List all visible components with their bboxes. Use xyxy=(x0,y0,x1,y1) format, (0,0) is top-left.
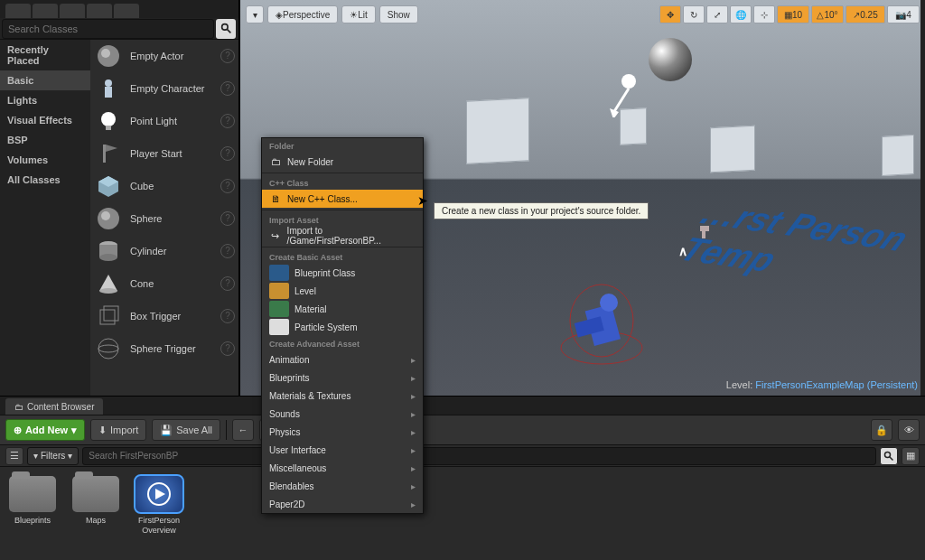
help-icon[interactable]: ? xyxy=(220,211,235,226)
cube-icon xyxy=(94,172,123,201)
context-menu-item[interactable]: Material xyxy=(262,300,423,318)
cone-icon xyxy=(94,269,123,298)
transform-move-button[interactable]: ✥ xyxy=(659,5,681,23)
content-search-button[interactable] xyxy=(880,447,898,465)
viewport-options-button[interactable]: ▾ xyxy=(246,5,264,23)
context-menu-item[interactable]: User Interface▸ xyxy=(262,441,423,459)
scale-snap-button[interactable]: ↗ 0.25 xyxy=(846,5,885,23)
sphere-icon xyxy=(94,42,123,70)
category-item[interactable]: Volumes xyxy=(0,150,90,170)
place-asset-row[interactable]: Player Start? xyxy=(90,137,238,170)
menu-item-label: Particle System xyxy=(294,322,357,332)
add-new-button[interactable]: ⊕ Add New ▾ xyxy=(5,419,85,441)
help-icon[interactable]: ? xyxy=(220,341,235,356)
view-options-button[interactable]: 👁 xyxy=(898,419,920,441)
context-menu-item[interactable]: Animation▸ xyxy=(262,350,423,369)
search-classes-input[interactable] xyxy=(2,19,214,39)
panel-tab[interactable] xyxy=(87,4,112,18)
folder-icon xyxy=(72,476,119,512)
context-menu-item[interactable]: 🗀New Folder xyxy=(262,153,423,171)
perspective-button[interactable]: ◈ Perspective xyxy=(267,5,338,23)
category-item[interactable]: BSP xyxy=(0,130,90,150)
lock-button[interactable]: 🔒 xyxy=(871,419,892,441)
history-back-button[interactable]: ← xyxy=(232,419,254,441)
context-menu-item[interactable]: Sounds▸ xyxy=(262,405,423,423)
category-item[interactable]: Basic xyxy=(0,70,90,90)
context-menu-item[interactable]: Level xyxy=(262,282,423,300)
context-menu-header: C++ Class xyxy=(262,175,423,190)
panel-tab[interactable] xyxy=(60,4,85,18)
content-asset[interactable]: FirstPersonOverview xyxy=(135,476,182,551)
search-button[interactable] xyxy=(216,19,236,39)
panel-tab[interactable] xyxy=(33,4,58,18)
save-all-label: Save All xyxy=(176,425,212,435)
context-menu-item[interactable]: Blueprint Class xyxy=(262,264,423,282)
help-icon[interactable]: ? xyxy=(220,114,235,128)
thumbnail-options-button[interactable]: ▦ xyxy=(902,447,920,465)
place-asset-row[interactable]: Empty Actor? xyxy=(90,40,238,72)
context-menu-item[interactable]: ↪Import to /Game/FirstPersonBP... xyxy=(262,227,423,245)
help-icon[interactable]: ? xyxy=(220,244,235,258)
asset-label: Sphere Trigger xyxy=(130,343,220,354)
scene-cube xyxy=(882,135,914,176)
context-menu-header: Import Asset xyxy=(262,212,423,227)
context-menu-item[interactable]: Miscellaneous▸ xyxy=(262,459,423,477)
save-all-button[interactable]: 💾 Save All xyxy=(152,419,220,441)
content-search-input[interactable] xyxy=(82,447,876,465)
menu-item-label: User Interface xyxy=(269,445,326,455)
help-icon[interactable]: ? xyxy=(220,276,235,291)
place-asset-row[interactable]: Empty Character? xyxy=(90,72,238,105)
content-asset[interactable]: Blueprints xyxy=(9,476,56,551)
category-item[interactable]: All Classes xyxy=(0,170,90,190)
show-button[interactable]: Show xyxy=(379,5,418,23)
world-local-toggle[interactable]: 🌐 xyxy=(730,5,752,23)
help-icon[interactable]: ? xyxy=(220,309,235,323)
place-asset-row[interactable]: Box Trigger? xyxy=(90,300,238,332)
context-menu-item[interactable]: Blendables▸ xyxy=(262,477,423,495)
help-icon[interactable]: ? xyxy=(220,81,235,96)
asset-type-icon xyxy=(269,265,289,281)
context-menu-item[interactable]: Materials & Textures▸ xyxy=(262,387,423,405)
content-asset[interactable]: Maps xyxy=(72,476,119,551)
category-item[interactable]: Lights xyxy=(0,90,90,110)
asset-label: Cube xyxy=(130,181,220,191)
context-menu-item[interactable]: Paper2D▸ xyxy=(262,495,423,513)
place-asset-row[interactable]: Point Light? xyxy=(90,105,238,137)
lit-button[interactable]: ☀ Lit xyxy=(341,5,376,23)
filters-button[interactable]: ▾ Filters ▾ xyxy=(27,447,79,465)
panel-tab[interactable] xyxy=(5,4,31,18)
place-asset-row[interactable]: Cube? xyxy=(90,170,238,202)
place-asset-row[interactable]: Cylinder? xyxy=(90,235,238,267)
angle-snap-button[interactable]: △ 10° xyxy=(811,5,844,23)
help-icon[interactable]: ? xyxy=(220,146,235,161)
category-item[interactable]: Recently Placed xyxy=(0,40,90,70)
content-browser-tab[interactable]: 🗀 Content Browser xyxy=(5,398,103,415)
asset-label: Box Trigger xyxy=(130,311,220,322)
context-menu-item[interactable]: Particle System xyxy=(262,318,423,336)
surface-snap-button[interactable]: ⊹ xyxy=(753,5,775,23)
import-button[interactable]: ⬇ Import xyxy=(90,419,146,441)
transform-scale-button[interactable]: ⤢ xyxy=(706,5,728,23)
wirebox-icon xyxy=(94,302,123,331)
context-menu-item[interactable]: 🗎New C++ Class... xyxy=(262,190,423,208)
help-icon[interactable]: ? xyxy=(220,49,235,63)
svg-point-4 xyxy=(105,79,112,87)
context-menu-item[interactable]: Blueprints▸ xyxy=(262,369,423,387)
menu-item-label: Blueprints xyxy=(269,373,309,383)
grid-snap-button[interactable]: ▦ 10 xyxy=(777,5,809,23)
place-asset-row[interactable]: Sphere? xyxy=(90,202,238,235)
player-character-gizmo xyxy=(547,266,656,375)
category-item[interactable]: Visual Effects xyxy=(0,110,90,130)
transform-rotate-button[interactable]: ↻ xyxy=(683,5,705,23)
camera-speed-button[interactable]: 📷 4 xyxy=(887,5,920,23)
place-actors-panel: Recently PlacedBasicLightsVisual Effects… xyxy=(0,0,239,396)
help-icon[interactable]: ? xyxy=(220,179,235,193)
context-menu-item[interactable]: Physics▸ xyxy=(262,423,423,441)
sources-toggle-button[interactable]: ☰ xyxy=(5,447,23,465)
asset-label: Point Light xyxy=(130,116,220,126)
flag-icon xyxy=(94,139,123,168)
panel-tab[interactable] xyxy=(114,4,139,18)
place-asset-row[interactable]: Sphere Trigger? xyxy=(90,332,238,365)
place-asset-row[interactable]: Cone? xyxy=(90,267,238,300)
menu-item-label: Miscellaneous xyxy=(269,463,326,473)
